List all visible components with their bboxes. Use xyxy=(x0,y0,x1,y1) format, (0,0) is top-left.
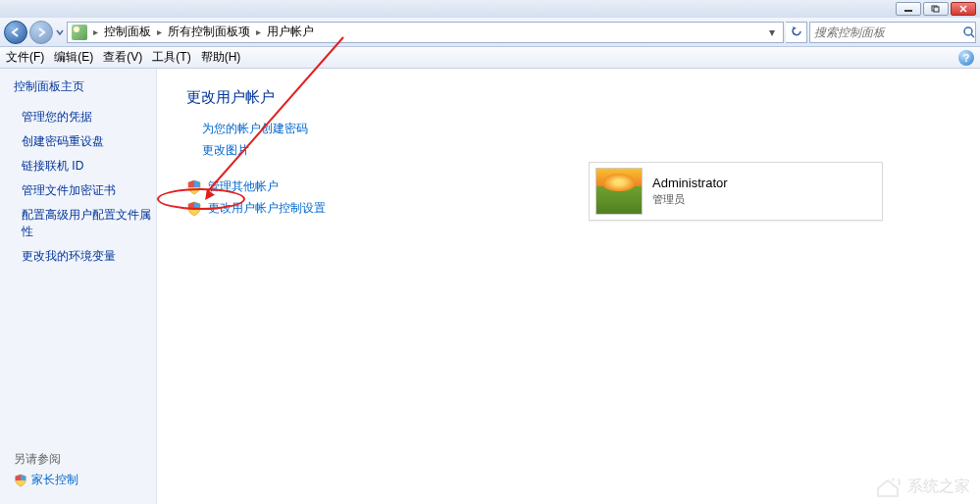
chevron-right-icon: ▸ xyxy=(91,26,100,37)
menu-view[interactable]: 查看(V) xyxy=(103,49,142,66)
svg-line-6 xyxy=(971,34,974,37)
nav-buttons xyxy=(4,21,65,44)
svg-rect-2 xyxy=(934,7,939,12)
minimize-icon xyxy=(903,5,913,13)
side-panel: 控制面板主页 管理您的凭据 创建密码重设盘 链接联机 ID 管理文件加密证书 配… xyxy=(0,69,157,504)
sidebar-link[interactable]: 管理您的凭据 xyxy=(22,109,156,126)
chevron-right-icon: ▸ xyxy=(155,26,164,37)
address-bar-row: ▸ 控制面板 ▸ 所有控制面板项 ▸ 用户帐户 ▾ xyxy=(0,18,980,47)
account-avatar xyxy=(595,168,643,215)
parental-control-link[interactable]: 家长控制 xyxy=(31,472,78,488)
page-heading: 更改用户帐户 xyxy=(186,88,951,107)
content-area: 更改用户帐户 为您的帐户创建密码 更改图片 管理其他帐户 更改用户帐 xyxy=(157,69,980,504)
side-panel-bottom: 另请参阅 家长控制 xyxy=(14,447,156,496)
forward-button[interactable] xyxy=(29,21,53,44)
shield-icon xyxy=(186,179,202,195)
svg-point-5 xyxy=(964,27,972,35)
sidebar-link[interactable]: 链接联机 ID xyxy=(22,158,156,175)
maximize-button[interactable] xyxy=(923,2,949,16)
menu-help[interactable]: 帮助(H) xyxy=(201,49,241,66)
forward-arrow-icon xyxy=(35,26,47,38)
change-uac-settings-link[interactable]: 更改用户帐户控制设置 xyxy=(208,200,326,217)
control-panel-home-link[interactable]: 控制面板主页 xyxy=(14,78,156,95)
see-also-label: 另请参阅 xyxy=(14,451,156,468)
refresh-icon xyxy=(790,25,803,39)
sidebar-link[interactable]: 更改我的环境变量 xyxy=(22,248,156,265)
shield-icon xyxy=(186,201,202,217)
help-icon[interactable]: ? xyxy=(958,50,974,66)
create-password-link[interactable]: 为您的帐户创建密码 xyxy=(202,121,951,137)
body-area: 控制面板主页 管理您的凭据 创建密码重设盘 链接联机 ID 管理文件加密证书 配… xyxy=(0,69,980,504)
maximize-icon xyxy=(931,5,941,13)
account-name: Administrator xyxy=(652,176,728,190)
account-info: Administrator 管理员 xyxy=(652,176,728,207)
sidebar-link[interactable]: 创建密码重设盘 xyxy=(22,133,156,150)
chevron-right-icon: ▸ xyxy=(254,26,263,37)
control-panel-icon xyxy=(72,25,87,40)
search-icon[interactable] xyxy=(962,25,976,39)
breadcrumb-item[interactable]: 控制面板 xyxy=(104,24,151,40)
search-box[interactable] xyxy=(809,22,976,43)
manage-other-accounts-link[interactable]: 管理其他帐户 xyxy=(208,178,279,195)
address-dropdown-icon[interactable]: ▾ xyxy=(765,25,779,39)
menu-bar: 文件(F) 编辑(E) 查看(V) 工具(T) 帮助(H) ? xyxy=(0,47,980,69)
search-input[interactable] xyxy=(814,25,962,39)
sidebar-link[interactable]: 配置高级用户配置文件属性 xyxy=(22,207,156,240)
breadcrumb-item[interactable]: 所有控制面板项 xyxy=(168,24,250,40)
nav-history-dropdown-icon[interactable] xyxy=(55,25,65,40)
refresh-button[interactable] xyxy=(786,22,807,43)
minimize-button[interactable] xyxy=(896,2,921,16)
close-button[interactable] xyxy=(951,2,976,16)
back-button[interactable] xyxy=(4,21,27,44)
window-titlebar xyxy=(0,0,980,18)
menu-tools[interactable]: 工具(T) xyxy=(152,49,190,66)
address-bar[interactable]: ▸ 控制面板 ▸ 所有控制面板项 ▸ 用户帐户 ▾ xyxy=(67,22,784,43)
menu-file[interactable]: 文件(F) xyxy=(6,49,44,66)
account-card[interactable]: Administrator 管理员 xyxy=(589,162,883,221)
shield-icon xyxy=(14,474,27,487)
top-links: 为您的帐户创建密码 更改图片 xyxy=(202,121,951,159)
sidebar-link[interactable]: 管理文件加密证书 xyxy=(22,182,156,199)
account-role: 管理员 xyxy=(652,192,728,207)
menu-edit[interactable]: 编辑(E) xyxy=(54,49,93,66)
change-picture-link[interactable]: 更改图片 xyxy=(202,142,951,159)
back-arrow-icon xyxy=(10,26,22,38)
breadcrumb-item[interactable]: 用户帐户 xyxy=(267,24,314,40)
close-icon xyxy=(958,5,968,13)
